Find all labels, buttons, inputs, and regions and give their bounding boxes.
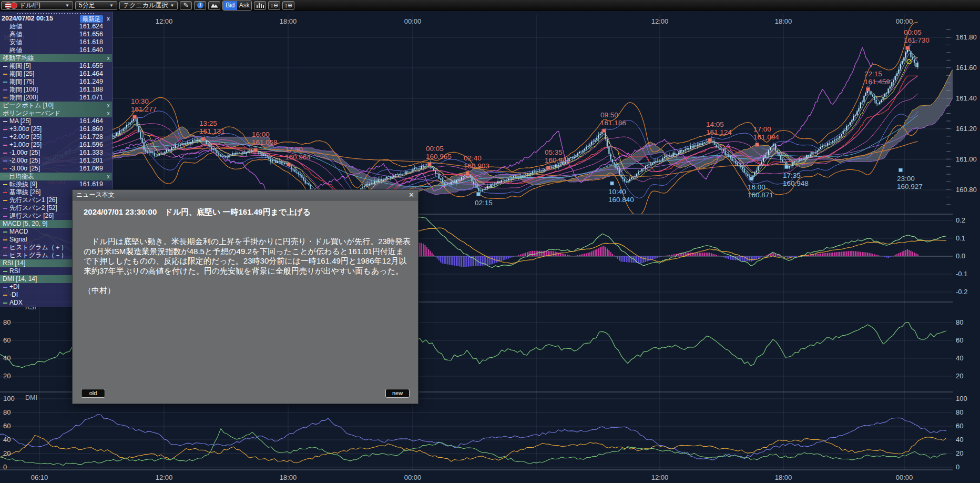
svg-text:12:00: 12:00	[651, 474, 669, 481]
indicator-value-row[interactable]: 期間 [25]161.464x	[0, 70, 112, 78]
svg-text:40: 40	[3, 354, 11, 362]
zoom-out-icon: ↕⊖	[270, 2, 278, 9]
series-color-swatch	[3, 145, 7, 146]
indicator-value-row[interactable]: 高値161.656x	[0, 31, 112, 38]
series-color-swatch	[3, 129, 7, 130]
svg-text:160.903: 160.903	[464, 162, 489, 170]
indicator-value-row[interactable]: 転換線 [9]161.619x	[0, 180, 112, 188]
svg-text:160.80: 160.80	[956, 186, 977, 194]
series-color-swatch	[3, 239, 7, 240]
svg-text:0.2: 0.2	[956, 216, 965, 224]
indicator-value-row[interactable]: +2.00σ [25]161.728x	[0, 133, 112, 141]
svg-text:161.186: 161.186	[600, 119, 626, 127]
indicator-value-row[interactable]: 終値161.640x	[0, 46, 112, 54]
svg-text:02:40: 02:40	[464, 154, 482, 162]
indicator-header-row[interactable]: ボリンジャーバンドx	[0, 109, 112, 117]
svg-text:18:00: 18:00	[775, 474, 792, 481]
indicator-value-row[interactable]: -2.00σ [25]161.201x	[0, 157, 112, 165]
svg-text:20: 20	[3, 372, 11, 380]
indicator-value-row[interactable]: +1.00σ [25]161.596x	[0, 141, 112, 149]
svg-text:16:00: 16:00	[748, 183, 765, 191]
svg-text:02:15: 02:15	[475, 199, 493, 207]
close-icon[interactable]: x	[106, 102, 110, 109]
svg-text:16:00: 16:00	[252, 130, 270, 138]
indicator-value-row[interactable]: 安値161.618x	[0, 38, 112, 46]
candle-chart-icon	[257, 3, 264, 8]
bid-button[interactable]: Bid	[223, 1, 237, 10]
svg-text:20: 20	[956, 449, 963, 457]
close-icon[interactable]: x	[106, 15, 110, 23]
indicator-value-row[interactable]: 期間 [75]161.249x	[0, 78, 112, 86]
close-icon[interactable]: x	[106, 54, 110, 62]
new-news-button[interactable]: new	[385, 389, 410, 398]
indicator-value-row[interactable]: MA [25]161.464x	[0, 117, 112, 125]
svg-text:0: 0	[956, 463, 959, 471]
svg-text:17:35: 17:35	[783, 172, 801, 179]
series-color-swatch	[3, 232, 7, 233]
svg-text:12:00: 12:00	[156, 474, 173, 481]
zoom-in-button[interactable]: ↕⊕	[282, 1, 294, 10]
svg-text:161.124: 161.124	[706, 128, 732, 136]
indicator-value-row[interactable]: 始値161.624x	[0, 23, 112, 31]
close-icon[interactable]: x	[106, 109, 110, 117]
svg-text:18:00: 18:00	[280, 474, 297, 481]
svg-text:160.840: 160.840	[608, 196, 634, 204]
svg-text:60: 60	[956, 422, 963, 430]
svg-text:160.965: 160.965	[426, 153, 452, 160]
area-chart-icon	[211, 3, 218, 8]
zoom-in-icon: ↕⊕	[284, 2, 292, 9]
series-color-swatch	[3, 168, 7, 169]
pair-selector[interactable]: ドル/円 ▼	[1, 1, 73, 10]
series-color-swatch	[3, 184, 7, 185]
svg-text:100: 100	[3, 395, 15, 402]
timeframe-selector[interactable]: 5分足 ▼	[75, 1, 117, 10]
svg-text:18:00: 18:00	[280, 17, 297, 25]
svg-text:12:00: 12:00	[651, 17, 669, 25]
indicator-value-row[interactable]: 期間 [5]161.655x	[0, 62, 112, 70]
chevron-down-icon: ▼	[170, 3, 174, 8]
series-color-swatch	[3, 89, 7, 90]
draw-tool-button[interactable]: ✎	[180, 1, 192, 10]
news-dialog-titlebar[interactable]: ニュース本文 ✕	[73, 190, 418, 200]
old-news-button[interactable]: old	[81, 389, 105, 398]
area-chart-button[interactable]	[208, 1, 220, 10]
close-icon[interactable]: ✕	[409, 192, 414, 198]
indicator-header-row[interactable]: ピークボトム [10]x	[0, 102, 112, 109]
svg-text:20: 20	[3, 449, 11, 457]
close-icon[interactable]: x	[106, 173, 110, 180]
svg-text:161.277: 161.277	[131, 105, 157, 113]
indicator-value-row[interactable]: 期間 [100]161.188x	[0, 86, 112, 94]
latest-bar-row[interactable]: 2024/07/02 00:15最新足x	[0, 15, 112, 23]
series-color-swatch	[3, 247, 7, 248]
jp-flag-icon	[11, 2, 17, 9]
svg-text:80: 80	[3, 408, 11, 416]
svg-text:161.60: 161.60	[956, 64, 977, 72]
technical-select-button[interactable]: テクニカル選択 ▼	[119, 1, 178, 10]
news-headline: 2024/07/01 23:30:00 ドル円、底堅い 一時161.49円まで上…	[84, 207, 311, 217]
svg-text:10:40: 10:40	[608, 188, 626, 196]
indicator-value-row[interactable]: +3.00σ [25]161.860x	[0, 125, 112, 133]
svg-text:40: 40	[956, 436, 963, 444]
chevron-down-icon: ▼	[65, 3, 69, 8]
bid-ask-toggle: Bid Ask	[222, 1, 252, 11]
info-button[interactable]: i	[194, 1, 206, 10]
svg-text:22:15: 22:15	[864, 70, 882, 78]
svg-text:161.730: 161.730	[904, 36, 930, 44]
indicator-value-row[interactable]: -3.00σ [25]161.069x	[0, 165, 112, 173]
indicator-header-row[interactable]: 移動平均線x	[0, 54, 112, 62]
news-dialog[interactable]: ニュース本文 ✕ 2024/07/01 23:30:00 ドル円、底堅い 一時1…	[72, 189, 418, 404]
zoom-out-button[interactable]: ↕⊖	[268, 1, 280, 10]
candle-chart-button[interactable]	[254, 1, 266, 10]
svg-text:-0.2: -0.2	[956, 288, 967, 296]
indicator-header-row[interactable]: 一目均衡表x	[0, 173, 112, 180]
ask-button[interactable]: Ask	[237, 1, 251, 10]
info-icon: i	[197, 2, 203, 8]
indicator-value-row[interactable]: 期間 [200]161.071x	[0, 94, 112, 102]
news-dialog-title: ニュース本文	[76, 190, 115, 199]
series-color-swatch	[3, 255, 7, 256]
svg-text:160.871: 160.871	[748, 191, 773, 199]
indicator-value-row[interactable]: -1.00σ [25]161.333x	[0, 149, 112, 157]
series-color-swatch	[3, 97, 7, 98]
pencil-icon: ✎	[183, 2, 189, 9]
svg-text:DMI: DMI	[25, 394, 37, 401]
